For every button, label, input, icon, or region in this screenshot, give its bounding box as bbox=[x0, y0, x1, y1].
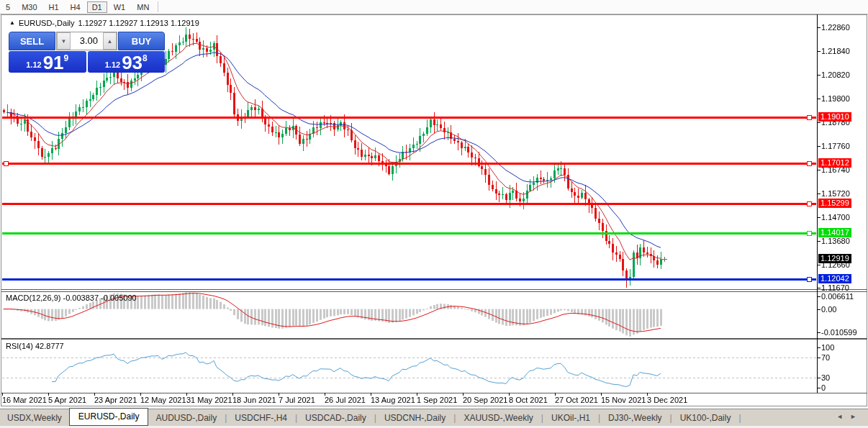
tab-usdchf-h4[interactable]: USDCHF-,H4 bbox=[227, 411, 294, 425]
current-price-tag: 1.12919 bbox=[818, 254, 851, 263]
price-axis-tick: 1.21840 bbox=[821, 47, 850, 55]
rsi-value: 42.8777 bbox=[35, 342, 64, 350]
date-label: 16 Mar 2021 bbox=[2, 396, 47, 404]
tab-separator: | bbox=[738, 413, 741, 423]
date-label: 15 Nov 2021 bbox=[601, 396, 646, 404]
chart-title: ▲ EURUSD-,Daily 1.12927 1.12927 1.12913 … bbox=[9, 19, 199, 27]
price-axis-tick: 1.20820 bbox=[821, 70, 850, 79]
buy-price-big: 93 bbox=[122, 53, 143, 72]
tab-xauusd-weekly[interactable]: XAUUSD-,Weekly bbox=[456, 411, 540, 425]
macd-axis-tick: 0.00 bbox=[821, 305, 836, 314]
price-axis-tick: 1.17760 bbox=[821, 142, 850, 150]
date-label: 23 Apr 2021 bbox=[94, 396, 137, 404]
price-axis-tick: 1.11670 bbox=[821, 283, 849, 292]
buy-price-sup: 8 bbox=[143, 53, 148, 63]
tab-ukoil-h1[interactable]: UKOil-,H1 bbox=[544, 411, 597, 425]
date-label: 20 Sep 2021 bbox=[463, 396, 507, 404]
macd-axis-tick: 0.006611 bbox=[821, 292, 854, 301]
sell-button[interactable]: SELL bbox=[9, 32, 55, 50]
timeframe-d1[interactable]: D1 bbox=[87, 1, 107, 13]
rsi-axis-tick: 30 bbox=[821, 373, 830, 382]
tab-usdcad-daily[interactable]: USDCAD-,Daily bbox=[298, 411, 374, 425]
macd-values: -0.003837 -0.005090 bbox=[63, 293, 136, 302]
level-price-tag: 1.15299 bbox=[818, 199, 851, 208]
date-label: 27 Oct 2021 bbox=[555, 396, 598, 404]
sell-price-sup: 9 bbox=[64, 53, 69, 63]
level-price-tag: 1.17012 bbox=[818, 158, 851, 168]
rsi-axis-tick: 100 bbox=[821, 343, 834, 352]
rsi-axis-tick: 70 bbox=[821, 353, 830, 362]
tab-usdx-weekly[interactable]: USDX,Weekly bbox=[0, 411, 69, 425]
price-axis-tick: 1.15720 bbox=[821, 189, 850, 198]
sell-price-prefix: 1.12 bbox=[26, 60, 41, 69]
level-price-tag: 1.14017 bbox=[818, 228, 851, 237]
date-label: 26 Jul 2021 bbox=[325, 396, 366, 404]
price-axis-tick: 1.14700 bbox=[821, 213, 850, 222]
volume-stepper: ▼ 3.00 ▲ bbox=[56, 32, 117, 50]
price-axis-tick: 1.13680 bbox=[821, 237, 850, 245]
chart-ohlc-values: 1.12927 1.12927 1.12913 1.12919 bbox=[78, 19, 199, 27]
timeframe-m30[interactable]: M30 bbox=[17, 1, 42, 13]
level-price-tag: 1.19010 bbox=[818, 112, 851, 122]
date-label: 3 Dec 2021 bbox=[647, 396, 687, 404]
rsi-name: RSI(14) bbox=[6, 342, 33, 350]
tab-scroll-left-icon[interactable]: ◄ bbox=[836, 413, 850, 420]
tab-usdcnh-daily[interactable]: USDCNH-,Daily bbox=[377, 411, 453, 425]
tab-scroll-arrows: ◄► bbox=[836, 413, 864, 420]
chevron-up-icon: ▲ bbox=[107, 38, 113, 45]
date-label: 8 Oct 2021 bbox=[509, 396, 548, 404]
level-price-tag: 1.12042 bbox=[818, 274, 851, 283]
chart-symbol-label: EURUSD-,Daily bbox=[19, 19, 75, 27]
tab-audusd-daily[interactable]: AUDUSD-,Daily bbox=[148, 411, 224, 425]
tab-eurusd-daily[interactable]: EURUSD-,Daily bbox=[69, 408, 149, 426]
macd-name: MACD(12,26,9) bbox=[6, 293, 60, 302]
chart-tab-bar: USDX,WeeklyEURUSD-,DailyAUDUSD-,Daily|US… bbox=[0, 409, 868, 427]
timeframe-w1[interactable]: W1 bbox=[109, 1, 131, 13]
date-label: 13 Aug 2021 bbox=[371, 396, 415, 404]
date-label: 1 Sep 2021 bbox=[417, 396, 457, 404]
date-label: 12 May 2021 bbox=[140, 396, 186, 404]
tab-uk100-daily[interactable]: UK100-,Daily bbox=[673, 411, 738, 425]
price-axis-tick: 1.19800 bbox=[821, 94, 850, 103]
tab-dj30-weekly[interactable]: DJ30-,Weekly bbox=[601, 411, 669, 425]
buy-price-prefix: 1.12 bbox=[105, 60, 120, 69]
timeframe-h1[interactable]: H1 bbox=[44, 1, 64, 13]
timeframe-toolbar: 5M30H1H4D1W1MN bbox=[0, 0, 868, 14]
timeframe-h4[interactable]: H4 bbox=[65, 1, 86, 13]
buy-price-button[interactable]: 1.12 93 8 bbox=[88, 51, 166, 73]
one-click-trade-panel: SELL ▼ 3.00 ▲ BUY 1.12 91 9 1.12 93 8 bbox=[9, 32, 165, 73]
timeframe-5[interactable]: 5 bbox=[1, 1, 15, 13]
tab-scroll-right-icon[interactable]: ► bbox=[850, 413, 864, 420]
rsi-axis-tick: 0 bbox=[821, 383, 826, 392]
date-label: 18 Jun 2021 bbox=[232, 396, 276, 404]
rsi-indicator-label: RSI(14) 42.8777 bbox=[6, 342, 64, 350]
sell-price-big: 91 bbox=[43, 53, 64, 72]
collapse-triangle-icon[interactable]: ▲ bbox=[9, 19, 15, 27]
price-axis-tick: 1.22860 bbox=[821, 23, 850, 32]
date-label: 5 Apr 2021 bbox=[48, 396, 86, 404]
toolbar-separator bbox=[158, 1, 158, 12]
timeframe-mn[interactable]: MN bbox=[132, 1, 154, 13]
date-label: 7 Jul 2021 bbox=[279, 396, 315, 404]
macd-indicator-label: MACD(12,26,9) -0.003837 -0.005090 bbox=[6, 293, 137, 302]
date-label: 31 May 2021 bbox=[186, 396, 232, 404]
chevron-down-icon: ▼ bbox=[61, 38, 67, 45]
macd-axis-tick: -0.010599 bbox=[821, 328, 857, 337]
volume-increase-button[interactable]: ▲ bbox=[103, 32, 117, 50]
volume-decrease-button[interactable]: ▼ bbox=[57, 32, 71, 50]
mt4-window: 5M30H1H4D1W1MN ▲ EURUSD-,Daily 1.12927 1… bbox=[0, 0, 868, 428]
sell-price-button[interactable]: 1.12 91 9 bbox=[9, 51, 86, 73]
volume-value[interactable]: 3.00 bbox=[71, 32, 103, 50]
buy-button[interactable]: BUY bbox=[118, 32, 165, 50]
